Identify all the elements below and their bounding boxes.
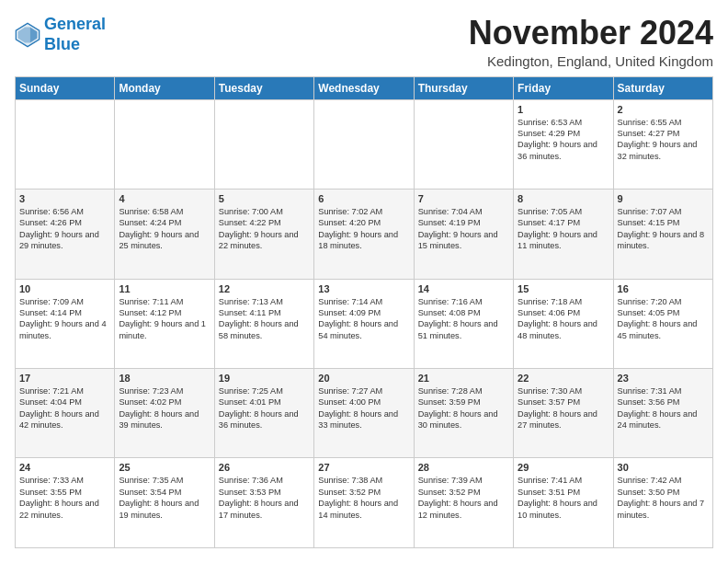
day-info: Sunrise: 6:56 AM Sunset: 4:26 PM Dayligh… — [19, 206, 110, 252]
day-number: 28 — [418, 462, 509, 473]
day-info: Sunrise: 7:20 AM Sunset: 4:05 PM Dayligh… — [618, 296, 709, 342]
page: General Blue November 2024 Kedington, En… — [0, 0, 728, 563]
calendar-cell: 16Sunrise: 7:20 AM Sunset: 4:05 PM Dayli… — [613, 279, 712, 368]
day-number: 27 — [318, 462, 409, 473]
day-number: 29 — [518, 462, 609, 473]
day-number: 17 — [19, 373, 110, 384]
calendar-week-4: 17Sunrise: 7:21 AM Sunset: 4:04 PM Dayli… — [16, 369, 713, 458]
weekday-header-friday: Friday — [514, 76, 613, 99]
day-number: 7 — [418, 193, 509, 204]
location: Kedington, England, United Kingdom — [469, 53, 713, 69]
day-info: Sunrise: 7:27 AM Sunset: 4:00 PM Dayligh… — [318, 385, 409, 431]
calendar-cell — [115, 99, 214, 189]
calendar-cell: 15Sunrise: 7:18 AM Sunset: 4:06 PM Dayli… — [514, 279, 613, 368]
day-info: Sunrise: 6:53 AM Sunset: 4:29 PM Dayligh… — [518, 117, 609, 163]
day-number: 14 — [418, 283, 509, 294]
month-title: November 2024 — [469, 15, 713, 52]
day-info: Sunrise: 7:25 AM Sunset: 4:01 PM Dayligh… — [219, 385, 310, 431]
day-info: Sunrise: 7:36 AM Sunset: 3:53 PM Dayligh… — [219, 475, 310, 521]
logo-icon — [15, 22, 40, 48]
day-info: Sunrise: 7:11 AM Sunset: 4:12 PM Dayligh… — [119, 296, 210, 342]
day-number: 1 — [518, 104, 609, 115]
day-number: 5 — [219, 193, 310, 204]
header: General Blue November 2024 Kedington, En… — [15, 15, 713, 69]
day-info: Sunrise: 7:38 AM Sunset: 3:52 PM Dayligh… — [318, 475, 409, 521]
logo-text: General Blue — [44, 15, 106, 54]
weekday-header-tuesday: Tuesday — [214, 76, 313, 99]
day-info: Sunrise: 7:28 AM Sunset: 3:59 PM Dayligh… — [418, 385, 509, 431]
calendar-cell: 4Sunrise: 6:58 AM Sunset: 4:24 PM Daylig… — [115, 190, 214, 279]
day-number: 12 — [219, 283, 310, 294]
calendar-cell: 13Sunrise: 7:14 AM Sunset: 4:09 PM Dayli… — [314, 279, 414, 368]
day-number: 19 — [219, 373, 310, 384]
calendar-cell: 10Sunrise: 7:09 AM Sunset: 4:14 PM Dayli… — [16, 279, 115, 368]
day-info: Sunrise: 7:35 AM Sunset: 3:54 PM Dayligh… — [119, 475, 210, 521]
day-info: Sunrise: 7:14 AM Sunset: 4:09 PM Dayligh… — [318, 296, 409, 342]
day-number: 10 — [19, 283, 110, 294]
day-number: 9 — [618, 193, 709, 204]
calendar-cell: 26Sunrise: 7:36 AM Sunset: 3:53 PM Dayli… — [214, 458, 313, 548]
day-info: Sunrise: 7:42 AM Sunset: 3:50 PM Dayligh… — [618, 475, 709, 521]
day-info: Sunrise: 7:41 AM Sunset: 3:51 PM Dayligh… — [518, 475, 609, 521]
day-number: 8 — [518, 193, 609, 204]
day-info: Sunrise: 7:00 AM Sunset: 4:22 PM Dayligh… — [219, 206, 310, 252]
day-number: 26 — [219, 462, 310, 473]
day-info: Sunrise: 6:55 AM Sunset: 4:27 PM Dayligh… — [618, 117, 709, 163]
day-number: 22 — [518, 373, 609, 384]
day-info: Sunrise: 7:23 AM Sunset: 4:02 PM Dayligh… — [119, 385, 210, 431]
calendar-cell: 11Sunrise: 7:11 AM Sunset: 4:12 PM Dayli… — [115, 279, 214, 368]
day-number: 25 — [119, 462, 210, 473]
svg-marker-2 — [30, 27, 38, 42]
calendar-cell — [16, 99, 115, 189]
calendar-cell: 6Sunrise: 7:02 AM Sunset: 4:20 PM Daylig… — [314, 190, 414, 279]
day-info: Sunrise: 7:02 AM Sunset: 4:20 PM Dayligh… — [318, 206, 409, 252]
day-number: 23 — [618, 373, 709, 384]
calendar-cell — [414, 99, 513, 189]
day-info: Sunrise: 7:21 AM Sunset: 4:04 PM Dayligh… — [19, 385, 110, 431]
calendar-cell: 21Sunrise: 7:28 AM Sunset: 3:59 PM Dayli… — [414, 369, 513, 458]
weekday-header-saturday: Saturday — [613, 76, 712, 99]
day-number: 21 — [418, 373, 509, 384]
weekday-header-monday: Monday — [115, 76, 214, 99]
calendar-cell: 8Sunrise: 7:05 AM Sunset: 4:17 PM Daylig… — [514, 190, 613, 279]
day-number: 15 — [518, 283, 609, 294]
calendar-cell: 3Sunrise: 6:56 AM Sunset: 4:26 PM Daylig… — [16, 190, 115, 279]
calendar-week-3: 10Sunrise: 7:09 AM Sunset: 4:14 PM Dayli… — [16, 279, 713, 368]
calendar-cell: 12Sunrise: 7:13 AM Sunset: 4:11 PM Dayli… — [214, 279, 313, 368]
day-number: 4 — [119, 193, 210, 204]
day-info: Sunrise: 7:30 AM Sunset: 3:57 PM Dayligh… — [518, 385, 609, 431]
calendar-table: SundayMondayTuesdayWednesdayThursdayFrid… — [15, 76, 713, 548]
calendar-cell: 17Sunrise: 7:21 AM Sunset: 4:04 PM Dayli… — [16, 369, 115, 458]
calendar-cell: 25Sunrise: 7:35 AM Sunset: 3:54 PM Dayli… — [115, 458, 214, 548]
calendar-cell: 28Sunrise: 7:39 AM Sunset: 3:52 PM Dayli… — [414, 458, 513, 548]
day-number: 24 — [19, 462, 110, 473]
day-info: Sunrise: 7:13 AM Sunset: 4:11 PM Dayligh… — [219, 296, 310, 342]
day-info: Sunrise: 7:31 AM Sunset: 3:56 PM Dayligh… — [618, 385, 709, 431]
title-block: November 2024 Kedington, England, United… — [469, 15, 713, 69]
day-number: 30 — [618, 462, 709, 473]
day-number: 20 — [318, 373, 409, 384]
weekday-header-wednesday: Wednesday — [314, 76, 414, 99]
calendar-cell: 24Sunrise: 7:33 AM Sunset: 3:55 PM Dayli… — [16, 458, 115, 548]
day-number: 16 — [618, 283, 709, 294]
calendar-cell: 29Sunrise: 7:41 AM Sunset: 3:51 PM Dayli… — [514, 458, 613, 548]
day-info: Sunrise: 7:39 AM Sunset: 3:52 PM Dayligh… — [418, 475, 509, 521]
day-number: 13 — [318, 283, 409, 294]
day-info: Sunrise: 7:18 AM Sunset: 4:06 PM Dayligh… — [518, 296, 609, 342]
calendar-cell: 19Sunrise: 7:25 AM Sunset: 4:01 PM Dayli… — [214, 369, 313, 458]
calendar-cell: 5Sunrise: 7:00 AM Sunset: 4:22 PM Daylig… — [214, 190, 313, 279]
calendar-header-row: SundayMondayTuesdayWednesdayThursdayFrid… — [16, 76, 713, 99]
day-number: 2 — [618, 104, 709, 115]
weekday-header-thursday: Thursday — [414, 76, 513, 99]
calendar-cell: 1Sunrise: 6:53 AM Sunset: 4:29 PM Daylig… — [514, 99, 613, 189]
day-info: Sunrise: 7:04 AM Sunset: 4:19 PM Dayligh… — [418, 206, 509, 252]
calendar-cell: 14Sunrise: 7:16 AM Sunset: 4:08 PM Dayli… — [414, 279, 513, 368]
day-info: Sunrise: 7:05 AM Sunset: 4:17 PM Dayligh… — [518, 206, 609, 252]
calendar-cell: 7Sunrise: 7:04 AM Sunset: 4:19 PM Daylig… — [414, 190, 513, 279]
day-number: 3 — [19, 193, 110, 204]
day-number: 6 — [318, 193, 409, 204]
calendar-cell: 20Sunrise: 7:27 AM Sunset: 4:00 PM Dayli… — [314, 369, 414, 458]
day-info: Sunrise: 7:16 AM Sunset: 4:08 PM Dayligh… — [418, 296, 509, 342]
calendar-week-2: 3Sunrise: 6:56 AM Sunset: 4:26 PM Daylig… — [16, 190, 713, 279]
calendar-cell — [314, 99, 414, 189]
